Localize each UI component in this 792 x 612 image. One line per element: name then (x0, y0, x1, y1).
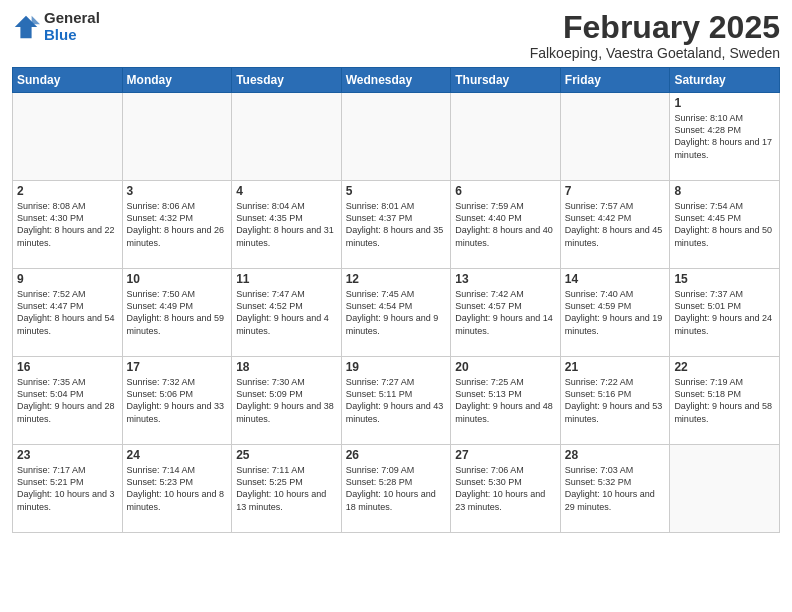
calendar-week-row: 16Sunrise: 7:35 AM Sunset: 5:04 PM Dayli… (13, 357, 780, 445)
calendar-cell: 23Sunrise: 7:17 AM Sunset: 5:21 PM Dayli… (13, 445, 123, 533)
calendar-cell (670, 445, 780, 533)
calendar-cell: 16Sunrise: 7:35 AM Sunset: 5:04 PM Dayli… (13, 357, 123, 445)
day-number: 22 (674, 360, 775, 374)
day-number: 8 (674, 184, 775, 198)
calendar-cell: 2Sunrise: 8:08 AM Sunset: 4:30 PM Daylig… (13, 181, 123, 269)
day-number: 11 (236, 272, 337, 286)
day-info: Sunrise: 7:42 AM Sunset: 4:57 PM Dayligh… (455, 288, 556, 337)
day-number: 28 (565, 448, 666, 462)
calendar-cell (122, 93, 232, 181)
page-container: General Blue February 2025 Falkoeping, V… (0, 0, 792, 612)
day-number: 15 (674, 272, 775, 286)
header-sunday: Sunday (13, 68, 123, 93)
day-info: Sunrise: 8:10 AM Sunset: 4:28 PM Dayligh… (674, 112, 775, 161)
day-info: Sunrise: 7:25 AM Sunset: 5:13 PM Dayligh… (455, 376, 556, 425)
day-number: 25 (236, 448, 337, 462)
calendar-cell: 5Sunrise: 8:01 AM Sunset: 4:37 PM Daylig… (341, 181, 451, 269)
calendar-cell: 25Sunrise: 7:11 AM Sunset: 5:25 PM Dayli… (232, 445, 342, 533)
calendar-cell: 3Sunrise: 8:06 AM Sunset: 4:32 PM Daylig… (122, 181, 232, 269)
day-number: 10 (127, 272, 228, 286)
day-number: 12 (346, 272, 447, 286)
month-title: February 2025 (530, 10, 780, 45)
calendar-cell: 4Sunrise: 8:04 AM Sunset: 4:35 PM Daylig… (232, 181, 342, 269)
day-number: 9 (17, 272, 118, 286)
calendar-cell: 14Sunrise: 7:40 AM Sunset: 4:59 PM Dayli… (560, 269, 670, 357)
day-info: Sunrise: 7:54 AM Sunset: 4:45 PM Dayligh… (674, 200, 775, 249)
calendar-cell (451, 93, 561, 181)
calendar-cell (560, 93, 670, 181)
day-info: Sunrise: 7:50 AM Sunset: 4:49 PM Dayligh… (127, 288, 228, 337)
day-number: 13 (455, 272, 556, 286)
calendar-cell: 15Sunrise: 7:37 AM Sunset: 5:01 PM Dayli… (670, 269, 780, 357)
calendar-cell: 10Sunrise: 7:50 AM Sunset: 4:49 PM Dayli… (122, 269, 232, 357)
header-wednesday: Wednesday (341, 68, 451, 93)
calendar-cell: 12Sunrise: 7:45 AM Sunset: 4:54 PM Dayli… (341, 269, 451, 357)
calendar-cell: 24Sunrise: 7:14 AM Sunset: 5:23 PM Dayli… (122, 445, 232, 533)
day-info: Sunrise: 7:32 AM Sunset: 5:06 PM Dayligh… (127, 376, 228, 425)
day-info: Sunrise: 8:04 AM Sunset: 4:35 PM Dayligh… (236, 200, 337, 249)
header-tuesday: Tuesday (232, 68, 342, 93)
day-number: 26 (346, 448, 447, 462)
calendar-cell: 19Sunrise: 7:27 AM Sunset: 5:11 PM Dayli… (341, 357, 451, 445)
calendar-cell: 22Sunrise: 7:19 AM Sunset: 5:18 PM Dayli… (670, 357, 780, 445)
header: General Blue February 2025 Falkoeping, V… (12, 10, 780, 61)
day-info: Sunrise: 7:47 AM Sunset: 4:52 PM Dayligh… (236, 288, 337, 337)
day-info: Sunrise: 7:59 AM Sunset: 4:40 PM Dayligh… (455, 200, 556, 249)
day-number: 27 (455, 448, 556, 462)
day-info: Sunrise: 7:45 AM Sunset: 4:54 PM Dayligh… (346, 288, 447, 337)
logo-general-text: General (44, 10, 100, 27)
day-info: Sunrise: 8:01 AM Sunset: 4:37 PM Dayligh… (346, 200, 447, 249)
day-info: Sunrise: 7:57 AM Sunset: 4:42 PM Dayligh… (565, 200, 666, 249)
day-info: Sunrise: 7:03 AM Sunset: 5:32 PM Dayligh… (565, 464, 666, 513)
day-info: Sunrise: 7:19 AM Sunset: 5:18 PM Dayligh… (674, 376, 775, 425)
day-number: 19 (346, 360, 447, 374)
day-number: 6 (455, 184, 556, 198)
day-info: Sunrise: 7:17 AM Sunset: 5:21 PM Dayligh… (17, 464, 118, 513)
day-info: Sunrise: 8:06 AM Sunset: 4:32 PM Dayligh… (127, 200, 228, 249)
calendar-week-row: 1Sunrise: 8:10 AM Sunset: 4:28 PM Daylig… (13, 93, 780, 181)
calendar-cell (341, 93, 451, 181)
day-number: 17 (127, 360, 228, 374)
day-number: 1 (674, 96, 775, 110)
calendar-cell (13, 93, 123, 181)
header-friday: Friday (560, 68, 670, 93)
day-number: 18 (236, 360, 337, 374)
calendar-cell: 6Sunrise: 7:59 AM Sunset: 4:40 PM Daylig… (451, 181, 561, 269)
day-number: 3 (127, 184, 228, 198)
calendar-cell: 11Sunrise: 7:47 AM Sunset: 4:52 PM Dayli… (232, 269, 342, 357)
calendar-header: Sunday Monday Tuesday Wednesday Thursday… (13, 68, 780, 93)
day-info: Sunrise: 7:14 AM Sunset: 5:23 PM Dayligh… (127, 464, 228, 513)
day-info: Sunrise: 7:30 AM Sunset: 5:09 PM Dayligh… (236, 376, 337, 425)
day-number: 5 (346, 184, 447, 198)
header-saturday: Saturday (670, 68, 780, 93)
day-info: Sunrise: 8:08 AM Sunset: 4:30 PM Dayligh… (17, 200, 118, 249)
title-block: February 2025 Falkoeping, Vaestra Goetal… (530, 10, 780, 61)
day-number: 21 (565, 360, 666, 374)
logo-text: General Blue (44, 10, 100, 43)
calendar-cell: 7Sunrise: 7:57 AM Sunset: 4:42 PM Daylig… (560, 181, 670, 269)
day-info: Sunrise: 7:11 AM Sunset: 5:25 PM Dayligh… (236, 464, 337, 513)
calendar-week-row: 23Sunrise: 7:17 AM Sunset: 5:21 PM Dayli… (13, 445, 780, 533)
calendar-cell: 13Sunrise: 7:42 AM Sunset: 4:57 PM Dayli… (451, 269, 561, 357)
calendar-cell: 27Sunrise: 7:06 AM Sunset: 5:30 PM Dayli… (451, 445, 561, 533)
day-info: Sunrise: 7:06 AM Sunset: 5:30 PM Dayligh… (455, 464, 556, 513)
calendar-cell: 20Sunrise: 7:25 AM Sunset: 5:13 PM Dayli… (451, 357, 561, 445)
day-number: 16 (17, 360, 118, 374)
calendar-cell: 26Sunrise: 7:09 AM Sunset: 5:28 PM Dayli… (341, 445, 451, 533)
calendar-week-row: 2Sunrise: 8:08 AM Sunset: 4:30 PM Daylig… (13, 181, 780, 269)
logo-icon (12, 13, 40, 41)
calendar-cell: 1Sunrise: 8:10 AM Sunset: 4:28 PM Daylig… (670, 93, 780, 181)
day-info: Sunrise: 7:27 AM Sunset: 5:11 PM Dayligh… (346, 376, 447, 425)
calendar-cell: 8Sunrise: 7:54 AM Sunset: 4:45 PM Daylig… (670, 181, 780, 269)
day-number: 7 (565, 184, 666, 198)
day-number: 14 (565, 272, 666, 286)
day-info: Sunrise: 7:37 AM Sunset: 5:01 PM Dayligh… (674, 288, 775, 337)
location: Falkoeping, Vaestra Goetaland, Sweden (530, 45, 780, 61)
logo-blue-text: Blue (44, 27, 100, 44)
header-monday: Monday (122, 68, 232, 93)
weekday-header-row: Sunday Monday Tuesday Wednesday Thursday… (13, 68, 780, 93)
calendar-cell: 9Sunrise: 7:52 AM Sunset: 4:47 PM Daylig… (13, 269, 123, 357)
day-info: Sunrise: 7:09 AM Sunset: 5:28 PM Dayligh… (346, 464, 447, 513)
calendar-body: 1Sunrise: 8:10 AM Sunset: 4:28 PM Daylig… (13, 93, 780, 533)
day-number: 24 (127, 448, 228, 462)
